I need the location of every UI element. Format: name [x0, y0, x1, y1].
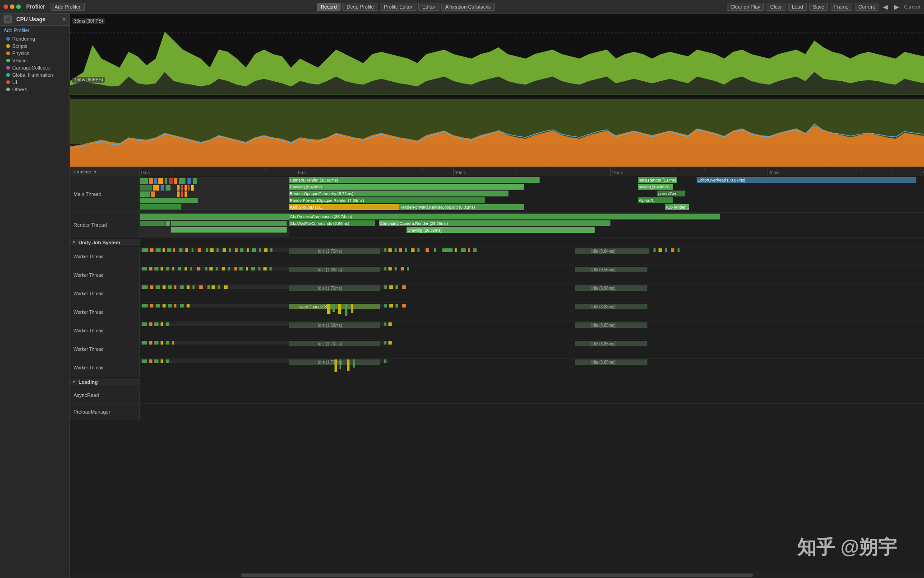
sidebar-item-label-scripts: Scripts	[12, 43, 28, 49]
current-btn[interactable]: Current	[855, 3, 879, 11]
nav-next-btn[interactable]: ▶	[892, 3, 901, 10]
minor-tick	[548, 167, 548, 171]
svg-rect-97	[190, 267, 192, 270]
main-bar-render2[interactable]: render...	[673, 204, 689, 210]
main-bar-renderforward[interactable]: RenderForwardOpaque.Render (7.56ms)	[289, 197, 485, 203]
sidebar-item-vsync[interactable]: VSync	[0, 57, 69, 64]
tick-label-25: 25ms	[920, 170, 924, 175]
tab-record[interactable]: Record	[317, 3, 341, 11]
main-bar-alpha[interactable]: Alpha.R...	[638, 197, 673, 203]
svg-rect-27	[140, 198, 198, 203]
svg-rect-72	[411, 248, 414, 252]
sidebar-item-label-gi: Global Illumination	[12, 72, 53, 78]
svg-rect-87	[678, 248, 680, 252]
minor-tick	[892, 167, 893, 171]
svg-rect-102	[222, 267, 225, 270]
main-bar-render-opaque[interactable]: Render.OpaqueGeometry (8.72ms)	[289, 191, 508, 196]
scroll-bar[interactable]	[70, 572, 924, 578]
render-bar-gfx-wait[interactable]: Gfx.WaitForCommands (3.86ms)	[289, 220, 375, 226]
svg-rect-14	[158, 178, 163, 184]
main-thread-timeline[interactable]: Camera.Render (10.60ms) Drawing (9.42ms)…	[140, 176, 924, 212]
main-bar-renderloop[interactable]: RenderForward.RenderLoopJob (6.01ms)	[399, 204, 524, 210]
tick-label-10: 10ms	[454, 170, 466, 175]
tab-editor[interactable]: Editor	[418, 3, 439, 11]
preload-manager-timeline[interactable]	[140, 404, 924, 420]
svg-rect-71	[405, 248, 407, 252]
worker-thread-timeline-4[interactable]: Idle (1.69ms) Idle (8.85ms)	[140, 322, 924, 340]
main-bar-rawing[interactable]: rawing (1.43ms)	[638, 184, 673, 190]
render-bar-camera-render[interactable]: Camera.Render (28.05ms)	[399, 220, 610, 226]
minimize-window-icon[interactable]	[10, 5, 14, 9]
minor-tick	[704, 167, 705, 171]
svg-rect-36	[185, 191, 187, 197]
add-profiler-btn[interactable]: Add Profiler	[51, 3, 84, 11]
sidebar-item-label-vsync: VSync	[12, 58, 27, 63]
svg-rect-56	[223, 248, 226, 252]
svg-rect-140	[402, 285, 406, 289]
loading-label[interactable]: ▼ Loading	[70, 378, 140, 386]
main-bar-editor-overhead[interactable]: EditorOverhead (38.07ms)	[697, 177, 916, 183]
nav-prev-btn[interactable]: ◀	[881, 3, 890, 10]
worker-thread-timeline-5[interactable]: Idle (1.70ms) Idle (8.85ms)	[140, 340, 924, 358]
worker-thread-timeline-1[interactable]: Idle (1.69ms) Idle (8.56ms)	[140, 266, 924, 284]
sidebar-item-physics[interactable]: Physics	[0, 50, 69, 57]
sidebar-item-others[interactable]: Others	[0, 86, 69, 93]
sidebar-item-rendering[interactable]: Rendering	[0, 35, 69, 42]
svg-rect-132	[212, 285, 215, 289]
svg-rect-122	[150, 285, 153, 289]
collapse-arrow-loading[interactable]: ▼	[72, 379, 76, 384]
sidebar-item-ui[interactable]: UI	[0, 79, 69, 86]
render-bar-gfx-process[interactable]: Gfx.ProcessCommands (33.74ms)	[289, 214, 720, 219]
sidebar-item-gi[interactable]: Global Illumination	[0, 71, 69, 79]
threads-container[interactable]: Main Thread	[70, 176, 924, 572]
clear-btn[interactable]: Clear	[767, 3, 785, 11]
minor-tick	[171, 167, 172, 171]
main-bar-nera-render[interactable]: nera.Render (1.8ms)	[638, 177, 677, 183]
svg-rect-94	[172, 267, 175, 270]
add-profiler-sidebar[interactable]: Add Profiler	[0, 26, 69, 35]
ui-color-dot	[6, 80, 10, 84]
tab-profile-editor[interactable]: Profile Editor	[380, 3, 416, 11]
svg-text:Idle (8.85ms): Idle (8.85ms)	[591, 323, 615, 328]
main-bar-jobgroup[interactable]: #JobGroupID (1)...	[289, 204, 398, 210]
svg-rect-78	[461, 248, 466, 252]
load-btn[interactable]: Load	[788, 3, 806, 11]
svg-rect-181	[161, 341, 163, 345]
svg-rect-53	[206, 248, 208, 252]
svg-rect-127	[180, 285, 184, 289]
svg-rect-151	[187, 304, 189, 308]
tab-allocation-callstacks[interactable]: Allocation Callstacks	[441, 3, 495, 11]
sidebar-item-gc[interactable]: GarbageCollector	[0, 64, 69, 71]
async-read-timeline[interactable]	[140, 387, 924, 403]
minor-tick	[642, 167, 642, 171]
main-bar-drawing[interactable]: Drawing (9.42ms)	[289, 184, 524, 190]
render-bar-command[interactable]: Command...	[379, 220, 398, 226]
worker-thread-timeline-2[interactable]: Idle (1.70ms) Idle (8.96ms)	[140, 284, 924, 303]
svg-rect-95	[178, 267, 181, 270]
window-title: Profiler	[26, 4, 45, 10]
clear-on-play-btn[interactable]: Clear on Play	[727, 3, 764, 11]
svg-rect-200	[340, 359, 342, 369]
render-thread-timeline[interactable]: Gfx.ProcessCommands (33.74ms) Gfx.WaitFo…	[140, 213, 924, 237]
svg-rect-12	[149, 178, 153, 184]
svg-rect-195	[166, 359, 169, 363]
worker-thread-timeline-6[interactable]: Idle (1.70ms) Idle (8.85ms)	[140, 359, 924, 377]
close-window-icon[interactable]	[4, 5, 8, 9]
main-bar-camera-render[interactable]: Camera.Render (10.60ms)	[289, 177, 540, 183]
unity-job-system-label[interactable]: ▼ Unity Job System	[70, 239, 140, 246]
svg-rect-37	[140, 214, 289, 220]
minor-tick	[485, 167, 485, 171]
sidebar-close-btn[interactable]: ×	[62, 16, 66, 23]
collapse-arrow-unity[interactable]: ▼	[72, 240, 76, 245]
render-bar-drawing[interactable]: Drawing (26.52ms)	[407, 227, 595, 233]
worker-thread-timeline-0[interactable]: Idle (1.70ms)	[140, 247, 924, 266]
save-btn[interactable]: Save	[809, 3, 828, 11]
worker-thread-timeline-3[interactable]: wardOpaque.Sort Idle (8.83ms)	[140, 303, 924, 321]
main-bar-parent-geo[interactable]: parentGeo...	[657, 191, 685, 196]
maximize-window-icon[interactable]	[16, 5, 21, 9]
svg-rect-92	[161, 267, 163, 270]
sidebar-item-scripts[interactable]: Scripts	[0, 42, 69, 50]
tab-deep-profile[interactable]: Deep Profile	[342, 3, 378, 11]
pre-frame-blocks	[140, 177, 289, 211]
frame-btn[interactable]: Frame	[831, 3, 852, 11]
